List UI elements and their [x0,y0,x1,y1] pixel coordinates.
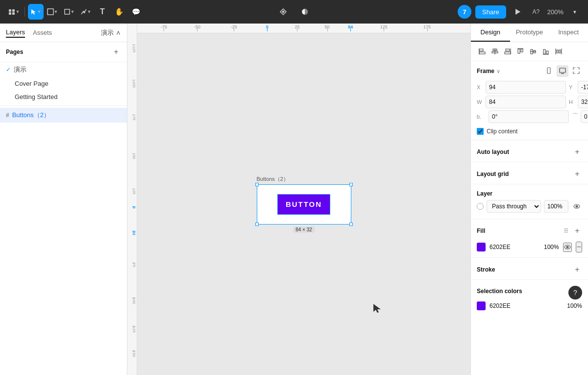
h-input[interactable] [578,96,588,108]
rotation-input[interactable] [489,110,569,123]
演示-label[interactable]: 演示 ∧ [101,28,121,37]
svg-rect-30 [543,50,545,54]
fill-title: Fill [477,227,485,234]
tick--50 [197,28,197,31]
auto-layout-header: Auto layout + [471,142,588,160]
canvas-content[interactable]: Buttons（2） BUTTON 84 × 32 [137,33,470,375]
handle-bl[interactable] [255,223,259,226]
shape-tool-button[interactable]: ▼ [61,4,77,20]
contrast-tool-button[interactable] [297,4,313,20]
comment-tool-button[interactable]: 💬 [128,4,144,20]
play-button[interactable] [510,4,525,19]
fill-multi-button[interactable]: ⁝⁝ [562,226,570,235]
radius-icon: ⌒ [572,112,579,121]
layout-grid-add-button[interactable]: + [572,169,582,179]
svg-rect-36 [559,50,561,53]
page-cover[interactable]: Cover Page [0,77,127,90]
spellcheck-button[interactable]: A? [529,4,543,19]
svg-rect-25 [521,49,523,52]
fill-color-swatch[interactable] [477,243,486,251]
hand-tool-button[interactable]: ✋ [111,4,127,20]
handle-tl[interactable] [255,183,259,186]
stroke-add-button[interactable]: + [572,265,582,275]
tick-125 [384,28,384,31]
layer-title: Layer [477,190,582,197]
auto-layout-add-button[interactable]: + [572,147,582,157]
selection-colors-header: Selection colors ? [477,286,582,300]
page-getting-started[interactable]: Getting Started [0,90,127,103]
tab-inspect[interactable]: Inspect [549,24,588,42]
tab-design[interactable]: Design [471,24,510,42]
frame-container: Buttons（2） BUTTON 84 × 32 [257,184,351,225]
frame-desktop-view[interactable] [557,65,568,77]
svg-point-11 [83,11,85,13]
align-center-h-button[interactable] [490,46,500,57]
y-input[interactable] [578,81,588,94]
fill-remove-button[interactable]: − [576,242,582,252]
w-label: W [477,99,484,105]
svg-rect-1 [12,9,15,12]
x-input[interactable] [486,81,566,94]
frame-tool-button[interactable]: ▼ [45,4,60,20]
ltick-label--125: -125 [132,45,136,52]
layers-tab[interactable]: Layers [6,27,25,38]
layer-mode-icon [477,203,484,210]
rotation-label: b. [477,114,487,120]
auto-layout-title: Auto layout [477,149,509,155]
svg-marker-13 [515,9,520,15]
canvas-area[interactable]: -75 -50 -25 0 25 50 84 125 175 [127,24,470,375]
clip-content-row: Clip content [471,125,588,138]
clip-content-checkbox[interactable] [477,128,484,135]
component-tool-button[interactable] [275,4,291,20]
sc-opacity-value: 100% [567,302,582,309]
radius-input[interactable] [581,110,588,123]
tools-menu-button[interactable]: ▼ [6,4,22,20]
fill-visibility-button[interactable] [563,243,572,252]
ltick-label-100: 100 [132,298,136,304]
sc-hex-value: 6202EE [490,302,563,309]
layer-visibility-button[interactable] [571,201,582,212]
handle-tr[interactable] [349,183,353,186]
pen-tool-button[interactable]: ▼ [78,4,94,20]
align-left-button[interactable] [477,46,488,57]
button-element[interactable]: BUTTON [277,194,330,215]
xywh-section: X Y W H ⟳ [471,81,588,125]
frame-mobile-view[interactable] [543,65,555,77]
svg-rect-21 [506,49,510,51]
pages-title: Pages [6,49,23,55]
layers-section: # Buttons（2） [0,108,127,375]
h-field: H ⟳ [569,96,588,108]
layer-buttons-item[interactable]: # Buttons（2） [0,108,127,123]
help-button[interactable]: ? [568,286,582,300]
frame-box[interactable]: BUTTON 84 × 32 [257,184,351,225]
svg-rect-16 [479,52,485,54]
w-field: W [477,96,566,108]
handle-br[interactable] [349,223,353,226]
align-middle-v-button[interactable] [528,46,539,57]
divider-4 [471,184,588,184]
tick-25 [297,28,297,31]
frame-expand-button[interactable] [570,65,582,77]
select-tool-button[interactable]: ▼ [28,4,44,20]
ltick-label-150: 150 [132,350,136,357]
text-tool-button[interactable]: T [95,4,110,20]
x-label: X [477,84,484,90]
layer-opacity-input[interactable] [544,200,568,213]
frame-chevron[interactable]: ∨ [496,68,500,75]
add-page-button[interactable]: + [111,47,121,57]
zoom-dropdown-button[interactable]: ▼ [567,4,582,19]
layer-mode-select[interactable]: Pass through [487,200,541,213]
cursor-icon [372,303,382,316]
share-button[interactable]: Share [475,5,506,19]
rotation-row: b. ⌒ ⊞ [477,110,582,123]
fill-add-button[interactable]: + [572,226,582,236]
tab-prototype[interactable]: Prototype [510,24,549,42]
w-input[interactable] [486,96,566,108]
align-right-button[interactable] [502,46,513,57]
align-bottom-button[interactable] [540,46,551,57]
align-top-button[interactable] [515,46,526,57]
sc-color-swatch[interactable] [477,301,486,310]
page-yanshi[interactable]: ✓ 演示 [0,62,127,77]
assets-tab[interactable]: Assets [33,28,52,37]
distribute-button[interactable] [553,46,564,57]
